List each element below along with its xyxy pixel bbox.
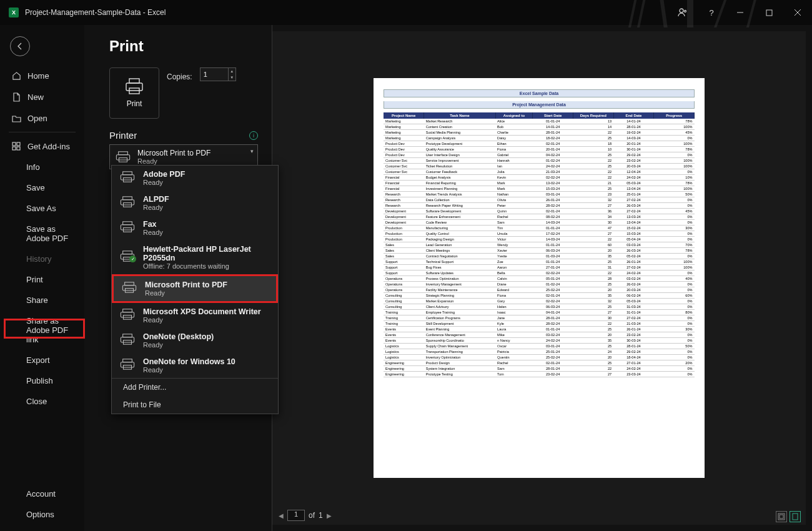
table-cell: Engineering (384, 360, 424, 366)
back-button[interactable] (10, 36, 30, 56)
sidebar-item-addins[interactable]: Get Add-ins (0, 136, 84, 157)
print-to-file-option[interactable]: Print to File (112, 396, 278, 414)
table-cell: 25 (573, 360, 613, 366)
sidebar-item-open[interactable]: Open (0, 107, 84, 129)
table-cell: 03-03-24 (613, 242, 654, 248)
table-cell: Mark (495, 181, 533, 186)
sidebar-item-account[interactable]: Account (0, 484, 84, 504)
copies-spinner[interactable]: ▲▼ (228, 68, 235, 81)
show-margins-button[interactable] (776, 511, 787, 522)
table-cell: Event Planning (424, 327, 495, 332)
sidebar-label: Print (26, 275, 43, 284)
table-cell: 28-01-24 (613, 124, 654, 130)
printer-option[interactable]: Adobe PDFReady (112, 166, 278, 191)
help-icon[interactable]: ? (697, 0, 726, 25)
table-cell: Operations (384, 282, 424, 287)
maximize-button[interactable] (755, 0, 783, 25)
svg-point-0 (680, 9, 683, 12)
close-button[interactable] (783, 0, 812, 25)
table-cell: 22 (573, 321, 613, 327)
sidebar-item-publish[interactable]: Publish (0, 370, 84, 391)
printer-option[interactable]: OneNote (Desktop)Ready (112, 328, 278, 353)
zoom-to-page-button[interactable] (790, 511, 801, 522)
printer-option[interactable]: OneNote for Windows 10Ready (112, 353, 278, 378)
sidebar-item-info[interactable]: Info (0, 157, 84, 177)
table-cell: Engineering (384, 366, 424, 372)
table-cell: Budget Analysis (424, 175, 495, 181)
table-cell: 02-02-24 (533, 299, 573, 304)
table-cell: 0% (654, 237, 695, 242)
account-icon[interactable] (668, 0, 697, 25)
sidebar-item-new[interactable]: New (0, 86, 84, 107)
printer-option[interactable]: ✓Hewlett-Packard HP LaserJet P2055dnOffl… (112, 241, 278, 274)
sidebar-divider (9, 132, 76, 132)
printer-option[interactable]: Microsoft Print to PDFReady (112, 274, 278, 303)
table-cell: Product Dev (384, 147, 424, 152)
sidebar-item-print[interactable]: Print (0, 269, 84, 290)
sidebar-item-history[interactable]: History (0, 249, 84, 269)
print-button[interactable]: Print (109, 67, 159, 119)
sidebar-item-share[interactable]: Share (0, 290, 84, 310)
table-cell: Tim (495, 226, 533, 231)
table-cell: 04-01-24 (533, 310, 573, 315)
table-cell: Fiona (495, 293, 533, 299)
table-cell: Zoe (495, 259, 533, 265)
copies-input[interactable]: 1 ▲▼ (200, 67, 236, 81)
printer-info-icon[interactable]: i (249, 131, 258, 140)
table-cell: Logistics (384, 349, 424, 355)
printer-dropdown[interactable]: Adobe PDFReadyALPDFReadyFaxReady✓Hewlett… (111, 165, 279, 414)
printer-option[interactable]: Microsoft XPS Document WriterReady (112, 303, 278, 328)
table-row: ConsultingMarket ExpansionGary02-02-2432… (384, 299, 695, 304)
spin-up-icon[interactable]: ▲ (228, 68, 235, 74)
table-cell: 0% (654, 282, 695, 287)
table-cell: 05-03-24 (613, 181, 654, 186)
table-cell: 20-03-24 (613, 164, 654, 169)
table-cell: 20 (573, 332, 613, 338)
excel-app-icon: X (9, 7, 19, 17)
sidebar-item-export[interactable]: Export (0, 350, 84, 370)
table-cell: 28-01-24 (533, 130, 573, 136)
minimize-button[interactable] (726, 0, 755, 25)
table-row: TrainingEmployee TrainingIsaac04-01-2427… (384, 310, 695, 315)
table-cell: Quinn (495, 209, 533, 214)
sidebar-item-save[interactable]: Save (0, 177, 84, 198)
table-cell: Events (384, 327, 424, 332)
table-cell: 02-01-24 (533, 209, 573, 214)
table-cell: 22 (573, 270, 613, 276)
table-cell: 0% (654, 299, 695, 304)
printer-option[interactable]: ALPDFReady (112, 191, 278, 216)
svg-rect-13 (119, 152, 128, 155)
sidebar-item-options[interactable]: Options (0, 504, 84, 525)
sidebar-item-share-adobe[interactable]: Share as Adobe PDF link (0, 310, 84, 350)
svg-rect-11 (126, 83, 142, 91)
table-cell: Customer Svc (384, 164, 424, 169)
table-cell: 0% (654, 332, 695, 338)
table-cell: 22 (573, 130, 613, 136)
print-preview: Excel Sample Data Project Management Dat… (272, 31, 806, 525)
table-cell: 25 (573, 152, 613, 158)
table-cell: 03-01-24 (533, 344, 573, 349)
table-cell: Gabriel (495, 152, 533, 158)
table-cell: Consulting (384, 304, 424, 310)
printer-name: Adobe PDF (143, 170, 185, 179)
page-number-input[interactable]: 1 (287, 510, 305, 521)
table-cell: Financial (384, 186, 424, 192)
table-cell: Customer Svc (384, 169, 424, 175)
sidebar-item-close[interactable]: Close (0, 391, 84, 412)
add-printer-option[interactable]: Add Printer... (112, 379, 278, 396)
table-row: LogisticsTransportation PlanningPatricia… (384, 349, 695, 355)
table-cell: Operations (384, 276, 424, 282)
table-cell: 27 (573, 203, 613, 209)
sidebar-item-saveas[interactable]: Save As (0, 198, 84, 219)
doc-title-2: Project Management Data (384, 101, 695, 109)
svg-rect-23 (121, 200, 134, 205)
table-cell: 10% (654, 175, 695, 181)
spin-down-icon[interactable]: ▼ (228, 74, 235, 81)
sidebar-item-save-adobe[interactable]: Save as Adobe PDF (0, 219, 84, 249)
printer-option[interactable]: FaxReady (112, 216, 278, 241)
table-cell: 01-02-24 (533, 282, 573, 287)
next-page-button[interactable]: ▶ (327, 512, 332, 519)
print-button-label: Print (127, 99, 142, 108)
prev-page-button[interactable]: ◀ (279, 512, 284, 519)
sidebar-item-home[interactable]: Home (0, 65, 84, 86)
